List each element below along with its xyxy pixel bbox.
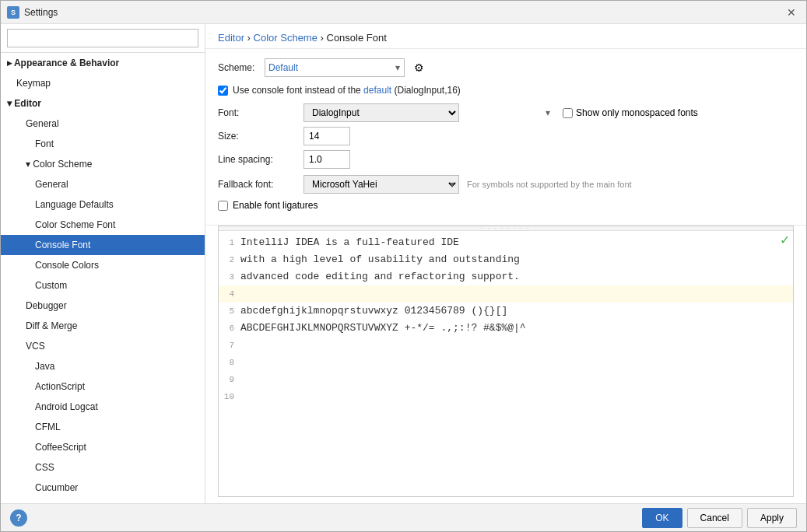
search-box — [1, 24, 205, 53]
size-input[interactable] — [304, 127, 350, 145]
font-select[interactable]: DialogInput Consolas Courier New — [304, 103, 459, 122]
show-mono-checkbox[interactable] — [563, 108, 573, 118]
ok-button[interactable]: OK — [642, 508, 682, 528]
fallback-hint: For symbols not supported by the main fo… — [467, 180, 632, 189]
sidebar-item-general[interactable]: General — [1, 114, 205, 134]
ligature-row: Enable font ligatures — [218, 200, 794, 211]
sidebar-item-color-scheme-font[interactable]: Color Scheme Font — [1, 215, 205, 235]
sidebar-item-cs-general[interactable]: General — [1, 174, 205, 194]
breadcrumb-editor[interactable]: Editor — [218, 32, 244, 44]
sidebar-item-android-logcat[interactable]: Android Logcat — [1, 397, 205, 417]
sidebar-item-css[interactable]: CSS — [1, 457, 205, 478]
app-icon: S — [7, 6, 19, 19]
fallback-row: Fallback font: Microsoft YaHei Arial Tah… — [218, 175, 794, 194]
fallback-select[interactable]: Microsoft YaHei Arial Tahoma — [304, 175, 459, 194]
ligature-label: Enable font ligatures — [233, 200, 318, 211]
title-bar: S Settings ✕ — [1, 1, 806, 24]
cancel-button[interactable]: Cancel — [687, 508, 742, 528]
sidebar-item-vcs[interactable]: VCS — [1, 336, 205, 356]
preview-content: 1IntelliJ IDEA is a full-featured IDE2wi… — [219, 231, 793, 408]
preview-line: 8 — [219, 354, 793, 371]
sidebar-item-editor[interactable]: ▾ Editor — [1, 93, 205, 114]
gear-button[interactable]: ⚙ — [409, 58, 428, 77]
use-console-font-checkbox[interactable] — [218, 86, 228, 96]
preview-line: 1IntelliJ IDEA is a full-featured IDE — [219, 234, 793, 251]
ligature-checkbox[interactable] — [218, 201, 228, 211]
search-input[interactable] — [7, 29, 198, 47]
sidebar-item-color-scheme[interactable]: ▾ Color Scheme — [1, 154, 205, 174]
scheme-select-wrapper: Default Classic Darcula High contrast — [265, 58, 405, 77]
sidebar-item-cfml[interactable]: CFML — [1, 417, 205, 437]
preview-line: 2with a high level of usability and outs… — [219, 251, 793, 268]
line-spacing-label: Line spacing: — [218, 154, 304, 165]
default-link[interactable]: default — [363, 85, 391, 96]
sidebar: ▸ Appearance & BehaviorKeymap▾ EditorGen… — [1, 24, 205, 503]
breadcrumb-current: Console Font — [327, 32, 387, 44]
bottom-bar: ? OK Cancel Apply — [1, 503, 806, 531]
preview-line: 7 — [219, 337, 793, 354]
fallback-select-wrapper: Microsoft YaHei Arial Tahoma — [304, 175, 459, 194]
preview-line: 5abcdefghijklmnopqrstuvwxyz 0123456789 (… — [219, 303, 793, 320]
sidebar-item-appearance-behavior[interactable]: ▸ Appearance & Behavior — [1, 53, 205, 73]
show-mono-label: Show only monospaced fonts — [563, 107, 794, 118]
sidebar-item-java[interactable]: Java — [1, 356, 205, 376]
action-buttons: OK Cancel Apply — [642, 508, 797, 528]
font-select-wrapper: DialogInput Consolas Courier New — [304, 103, 555, 122]
main-panel: Editor › Color Scheme › Console Font Sch… — [205, 24, 806, 503]
preview-area: · · · · · · · · 1IntelliJ IDEA is a full… — [218, 226, 794, 497]
tree-container: ▸ Appearance & BehaviorKeymap▾ EditorGen… — [1, 53, 205, 503]
help-button[interactable]: ? — [10, 509, 27, 527]
sidebar-item-coffeescript[interactable]: CoffeeScript — [1, 437, 205, 457]
scheme-row: Scheme: Default Classic Darcula High con… — [218, 58, 794, 77]
sidebar-item-diff-merge[interactable]: Diff & Merge — [1, 316, 205, 336]
size-label: Size: — [218, 131, 304, 142]
breadcrumb: Editor › Color Scheme › Console Font — [205, 24, 806, 49]
sidebar-item-database[interactable]: Database — [1, 498, 205, 503]
sidebar-item-cucumber[interactable]: Cucumber — [1, 478, 205, 498]
preview-line: 3advanced code editing and refactoring s… — [219, 268, 793, 285]
sidebar-item-font[interactable]: Font — [1, 134, 205, 154]
apply-button[interactable]: Apply — [747, 508, 797, 528]
line-spacing-input[interactable] — [304, 150, 350, 169]
preview-line: 4 — [219, 285, 793, 303]
form-area: Scheme: Default Classic Darcula High con… — [205, 49, 806, 226]
sidebar-item-actionscript[interactable]: ActionScript — [1, 376, 205, 397]
content-area: ▸ Appearance & BehaviorKeymap▾ EditorGen… — [1, 24, 806, 503]
scheme-select[interactable]: Default Classic Darcula High contrast — [265, 58, 405, 77]
use-console-font-row: Use console font instead of the default … — [218, 85, 794, 96]
use-console-font-label: Use console font instead of the default … — [233, 85, 461, 96]
settings-window: S Settings ✕ ▸ Appearance & BehaviorKeym… — [0, 0, 807, 532]
checkmark-icon: ✓ — [780, 233, 790, 247]
font-label: Font: — [218, 107, 304, 118]
window-title: Settings — [24, 7, 783, 18]
sidebar-item-custom[interactable]: Custom — [1, 275, 205, 296]
sidebar-item-keymap[interactable]: Keymap — [1, 73, 205, 93]
preview-line: 9 — [219, 371, 793, 388]
sidebar-item-console-colors[interactable]: Console Colors — [1, 255, 205, 275]
fallback-label: Fallback font: — [218, 179, 304, 190]
scheme-label: Scheme: — [218, 62, 265, 73]
font-fields: Font: DialogInput Consolas Courier New S… — [218, 103, 794, 169]
close-button[interactable]: ✕ — [783, 4, 800, 21]
sidebar-item-console-font[interactable]: Console Font — [1, 235, 205, 255]
sidebar-item-language-defaults[interactable]: Language Defaults — [1, 194, 205, 215]
sidebar-item-debugger[interactable]: Debugger — [1, 296, 205, 316]
breadcrumb-color-scheme[interactable]: Color Scheme — [254, 32, 318, 44]
preview-line: 6ABCDEFGHIJKLMNOPQRSTUVWXYZ +-*/= .,;:!?… — [219, 320, 793, 337]
preview-line: 10 — [219, 388, 793, 405]
